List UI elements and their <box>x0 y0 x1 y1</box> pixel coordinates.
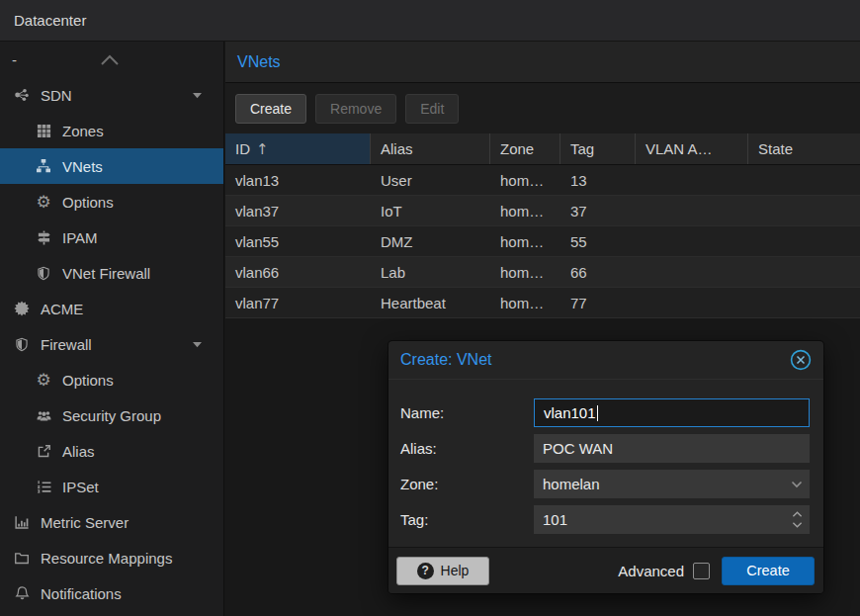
sidebar-item-vnets[interactable]: VNets <box>0 148 223 184</box>
folder-icon <box>12 549 32 567</box>
gear-icon: ⚙ <box>34 371 53 389</box>
sidebar-item-label: VNets <box>62 158 103 175</box>
chevron-up-icon[interactable] <box>99 52 121 66</box>
table-row-vlan55[interactable]: vlan55 DMZ hom… 55 <box>225 226 860 257</box>
sidebar-item-label: ACME <box>41 301 83 317</box>
sidebar-item-options[interactable]: ⚙ Options <box>0 184 223 220</box>
chevron-down-icon[interactable] <box>190 88 205 103</box>
sidebar: - SDN Zones VNets ⚙ O <box>0 42 224 616</box>
tag-label: Tag: <box>400 511 534 528</box>
name-label: Name: <box>400 404 534 421</box>
sidebar-item-label: Firewall <box>41 336 92 353</box>
advanced-toggle: Advanced <box>618 563 710 579</box>
grid-icon <box>34 122 53 139</box>
sidebar-item-item[interactable]: - <box>0 42 223 77</box>
sidebar-item-label: IPAM <box>62 229 98 246</box>
column-header-vlan-a[interactable]: VLAN A… <box>636 133 748 164</box>
dialog-body: Name: vlan101 Alias: POC WAN Zone: homel… <box>388 379 823 534</box>
sidebar-item-label: Notifications <box>41 585 122 602</box>
spinner-icons[interactable] <box>792 505 803 534</box>
users-icon <box>34 406 53 424</box>
shield-icon <box>12 335 32 353</box>
table-row-vlan37[interactable]: vlan37 IoT hom… 37 <box>225 196 860 226</box>
column-header-alias[interactable]: Alias <box>371 133 490 164</box>
panel-header: VNets <box>225 42 860 83</box>
create-vnet-dialog: Create: VNet Name: vlan101 Alias: POC WA… <box>388 341 823 593</box>
cell-vlan-aware <box>636 226 748 256</box>
question-icon: ? <box>417 563 434 579</box>
chart-bar-icon <box>12 513 32 531</box>
cell-state <box>748 288 860 317</box>
cell-id: vlan13 <box>225 165 371 195</box>
sidebar-item-zones[interactable]: Zones <box>0 113 223 148</box>
table-row-vlan77[interactable]: vlan77 Heartbeat hom… 77 <box>225 288 860 318</box>
table-header: ID ↑ Alias Zone Tag VLAN A… <box>225 133 860 165</box>
advanced-checkbox[interactable] <box>693 563 710 579</box>
sitemap-icon <box>34 157 53 175</box>
column-header-zone[interactable]: Zone <box>490 133 560 164</box>
cell-tag: 13 <box>560 165 636 195</box>
sidebar-item-sdn[interactable]: SDN <box>0 77 223 113</box>
sidebar-item-ipam[interactable]: IPAM <box>0 220 223 255</box>
chevron-down-icon[interactable] <box>190 337 205 352</box>
cell-alias: IoT <box>371 196 490 225</box>
breadcrumb-datacenter: Datacenter <box>14 12 86 29</box>
sidebar-item-notifications[interactable]: Notifications <box>0 575 223 611</box>
sidebar-item-label: Alias <box>62 443 95 460</box>
bell-icon <box>12 584 32 602</box>
cell-zone: hom… <box>490 226 560 256</box>
sidebar-item-ipset[interactable]: IPSet <box>0 469 223 504</box>
sidebar-item-security-group[interactable]: Security Group <box>0 397 223 433</box>
external-link-icon <box>34 442 53 460</box>
toolbar-button-remove: Remove <box>315 94 396 124</box>
create-submit-button[interactable]: Create <box>722 557 815 585</box>
chevron-down-icon <box>791 470 803 498</box>
cell-vlan-aware <box>636 257 748 287</box>
name-input[interactable]: vlan101 <box>534 398 810 427</box>
advanced-label: Advanced <box>618 563 684 579</box>
cell-alias: DMZ <box>371 226 490 256</box>
sidebar-item-firewall[interactable]: Firewall <box>0 326 223 362</box>
dialog-footer: ? Help Advanced Create <box>388 547 823 593</box>
cell-tag: 55 <box>560 226 636 256</box>
sidebar-item-options[interactable]: ⚙ Options <box>0 362 223 397</box>
zone-select[interactable]: homelan <box>534 470 810 498</box>
sidebar-item-label: Security Group <box>62 407 161 424</box>
cell-tag: 77 <box>560 288 636 317</box>
sidebar-item-label: - <box>12 51 17 68</box>
toolbar-button-edit: Edit <box>405 94 459 124</box>
top-bar: Datacenter <box>0 0 860 42</box>
sidebar-item-label: Options <box>62 372 114 389</box>
zone-label: Zone: <box>400 476 534 492</box>
sdn-icon <box>12 86 32 104</box>
sidebar-item-alias[interactable]: Alias <box>0 433 223 469</box>
column-header-state[interactable]: State <box>748 133 860 164</box>
cell-state <box>748 257 860 287</box>
alias-input[interactable]: POC WAN <box>534 434 810 463</box>
gear-icon: ⚙ <box>34 193 53 211</box>
sidebar-item-vnet-firewall[interactable]: VNet Firewall <box>0 255 223 291</box>
dialog-title: Create: VNet <box>400 351 790 369</box>
sidebar-item-metric-server[interactable]: Metric Server <box>0 504 223 540</box>
cell-alias: Heartbeat <box>371 288 490 317</box>
cell-id: vlan66 <box>225 257 371 287</box>
table-row-vlan13[interactable]: vlan13 User hom… 13 <box>225 165 860 196</box>
shield-icon <box>34 264 53 282</box>
tag-stepper[interactable]: 101 <box>534 505 810 534</box>
list-ol-icon <box>34 478 53 495</box>
cell-zone: hom… <box>490 257 560 287</box>
toolbar-button-create[interactable]: Create <box>235 94 306 124</box>
cell-tag: 66 <box>560 257 636 287</box>
sidebar-item-acme[interactable]: ACME <box>0 291 223 326</box>
cell-vlan-aware <box>636 196 748 225</box>
close-icon[interactable] <box>790 349 812 371</box>
seal-icon <box>12 300 32 317</box>
sidebar-item-resource-mappings[interactable]: Resource Mappings <box>0 540 223 575</box>
cell-state <box>748 196 860 225</box>
cell-vlan-aware <box>636 165 748 195</box>
table-row-vlan66[interactable]: vlan66 Lab hom… 66 <box>225 257 860 288</box>
column-header-tag[interactable]: Tag <box>560 133 636 164</box>
panel-title: VNets <box>237 53 281 71</box>
column-header-id[interactable]: ID ↑ <box>225 133 371 164</box>
help-button[interactable]: ? Help <box>396 557 489 585</box>
